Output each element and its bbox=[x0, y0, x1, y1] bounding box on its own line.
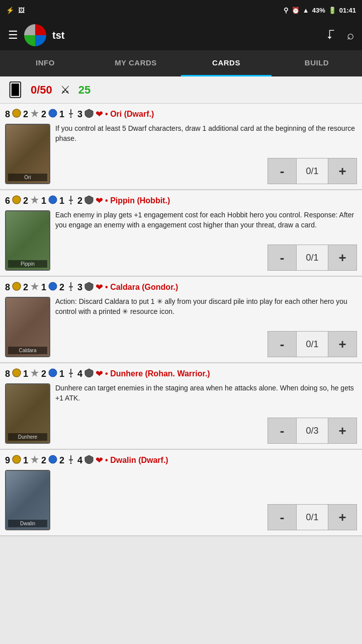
stat-num-star: 2 bbox=[23, 282, 28, 293]
card-count-caldara: 0/1 bbox=[297, 331, 328, 357]
decrement-btn-dwalin[interactable]: - bbox=[267, 504, 297, 530]
stat-num-star: 2 bbox=[23, 196, 28, 206]
increment-btn-pippin[interactable]: + bbox=[328, 245, 357, 271]
svg-point-20 bbox=[49, 369, 57, 377]
stat-num-shield: 4 bbox=[77, 369, 82, 379]
stat-num-shield: 3 bbox=[77, 109, 82, 120]
app-title: tst bbox=[52, 30, 64, 41]
status-right: ⚲ ⏰ ▲ 43% 🔋 01:41 bbox=[284, 7, 356, 14]
stat-icon-star bbox=[30, 455, 39, 466]
deck-count: 0/50 bbox=[31, 84, 52, 97]
stat-icon-sword bbox=[66, 455, 75, 466]
decrement-btn-dunhere[interactable]: - bbox=[267, 418, 297, 444]
search-icon[interactable]: ⌕ bbox=[347, 28, 354, 42]
card-item-pippin: 6211 2❤• Pippin (Hobbit.) Pippin Each en… bbox=[0, 190, 362, 277]
stat-num-shield: 2 bbox=[77, 196, 82, 206]
card-item-caldara: 8212 3❤• Caldara (Gondor.) Caldara Actio… bbox=[0, 277, 362, 363]
svg-marker-25 bbox=[31, 455, 39, 463]
svg-marker-17 bbox=[70, 289, 72, 291]
card-name-pippin: • Pippin (Hobbit.) bbox=[105, 196, 170, 205]
card-controls-dunhere: - 0/3 + bbox=[267, 418, 357, 444]
alarm-icon: ⏰ bbox=[292, 7, 300, 14]
decrement-btn-pippin[interactable]: - bbox=[267, 245, 297, 271]
battery-icon: 🔋 bbox=[328, 7, 336, 14]
increment-btn-caldara[interactable]: + bbox=[328, 331, 357, 357]
card-item-dwalin: 9122 4❤• Dwalin (Dwarf.) Dwalin - 0/1 + bbox=[0, 450, 362, 536]
stat-icon-will bbox=[12, 195, 21, 206]
card-count-dwalin: 0/1 bbox=[297, 504, 328, 530]
svg-marker-29 bbox=[70, 462, 72, 464]
card-controls-ori: - 0/1 + bbox=[267, 158, 357, 184]
svg-marker-11 bbox=[70, 202, 72, 204]
threat-icon: ⚔ bbox=[60, 84, 70, 97]
stat-icon-will bbox=[12, 282, 21, 293]
deck-icon: 🂠 bbox=[8, 82, 23, 98]
card-text-dwalin bbox=[55, 470, 357, 500]
stat-icon-shield bbox=[84, 195, 94, 206]
card-list: 8221 3❤• Ori (Dwarf.) Ori If you control… bbox=[0, 104, 362, 536]
card-count-dunhere: 0/3 bbox=[297, 418, 328, 444]
stat-num-will: 6 bbox=[5, 196, 10, 206]
card-stats-row: 8221 3❤• Ori (Dwarf.) bbox=[5, 109, 357, 120]
stat-num-quest: 2 bbox=[41, 109, 46, 120]
tab-info[interactable]: INFO bbox=[0, 50, 90, 76]
card-count-ori: 0/1 bbox=[297, 158, 328, 184]
card-count-pippin: 0/1 bbox=[297, 245, 328, 271]
card-body: Dunhere Dunhere can target enemies in th… bbox=[5, 383, 357, 444]
increment-btn-dwalin[interactable]: + bbox=[328, 504, 357, 530]
stat-num-shield: 3 bbox=[77, 282, 82, 293]
stat-icon-star bbox=[30, 282, 39, 293]
card-stats-row: 8121 4❤• Dunhere (Rohan. Warrior.) bbox=[5, 368, 357, 379]
stat-icon-will bbox=[12, 368, 21, 379]
svg-point-12 bbox=[13, 282, 21, 290]
svg-marker-13 bbox=[31, 282, 39, 290]
svg-point-26 bbox=[49, 455, 57, 463]
card-image-caldara[interactable]: Caldara bbox=[5, 297, 50, 357]
tab-cards[interactable]: CARDS bbox=[181, 50, 272, 76]
card-body: Dwalin - 0/1 + bbox=[5, 470, 357, 530]
card-controls-dwalin: - 0/1 + bbox=[267, 504, 357, 530]
stat-num-will: 8 bbox=[5, 369, 10, 379]
card-stats-row: 6211 2❤• Pippin (Hobbit.) bbox=[5, 195, 357, 206]
threat-count: 25 bbox=[78, 84, 90, 97]
stat-num-quest: 2 bbox=[41, 369, 46, 379]
time: 01:41 bbox=[339, 7, 356, 14]
decrement-btn-ori[interactable]: - bbox=[267, 158, 297, 184]
share-icon[interactable]: ⮦ bbox=[326, 28, 337, 42]
card-image-dwalin[interactable]: Dwalin bbox=[5, 470, 50, 530]
stat-num-shield: 4 bbox=[77, 455, 82, 466]
stat-num-quest: 2 bbox=[41, 455, 46, 466]
stat-num-will: 8 bbox=[5, 109, 10, 120]
increment-btn-ori[interactable]: + bbox=[328, 158, 357, 184]
stat-icon-quest bbox=[48, 368, 57, 379]
menu-icon[interactable]: ☰ bbox=[8, 29, 18, 42]
app-bar-left: ☰ tst bbox=[8, 24, 64, 46]
stat-num-quest: 1 bbox=[41, 282, 46, 293]
stat-icon-will bbox=[12, 109, 21, 120]
tab-my-cards[interactable]: MY CARDS bbox=[90, 50, 181, 76]
svg-marker-1 bbox=[31, 109, 39, 117]
card-image-ori[interactable]: Ori bbox=[5, 124, 50, 184]
stat-num-sword: 1 bbox=[59, 196, 64, 206]
card-name-dunhere: • Dunhere (Rohan. Warrior.) bbox=[105, 369, 210, 378]
card-controls-pippin: - 0/1 + bbox=[267, 245, 357, 271]
tab-build[interactable]: BUILD bbox=[272, 50, 362, 76]
stat-num-star: 1 bbox=[23, 455, 28, 466]
bluetooth-icon: ⚲ bbox=[284, 7, 289, 14]
stat-num-will: 8 bbox=[5, 282, 10, 293]
svg-marker-5 bbox=[70, 116, 72, 118]
stat-icon-shield bbox=[84, 368, 94, 379]
increment-btn-dunhere[interactable]: + bbox=[328, 418, 357, 444]
card-image-pippin[interactable]: Pippin bbox=[5, 210, 50, 271]
stat-icon-sword bbox=[66, 282, 75, 293]
stat-icon-sword bbox=[66, 195, 75, 206]
decrement-btn-caldara[interactable]: - bbox=[267, 331, 297, 357]
heart-icon: ❤ bbox=[96, 282, 103, 293]
heart-icon: ❤ bbox=[96, 109, 103, 120]
stat-num-will: 9 bbox=[5, 455, 10, 466]
summary-row: 🂠 0/50 ⚔ 25 bbox=[0, 76, 362, 104]
svg-marker-19 bbox=[31, 369, 39, 377]
stat-icon-shield bbox=[84, 109, 94, 120]
card-body: Caldara Action: Discard Caldara to put 1… bbox=[5, 297, 357, 357]
card-image-dunhere[interactable]: Dunhere bbox=[5, 383, 50, 444]
